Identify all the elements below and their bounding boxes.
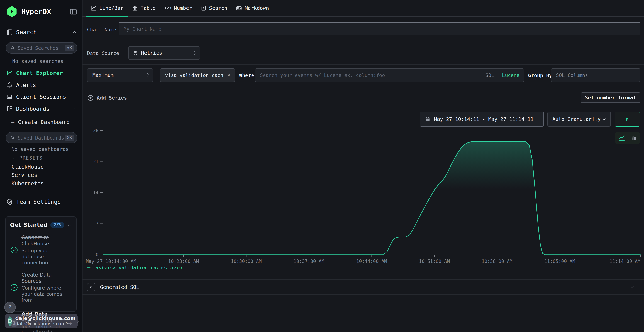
sidebar-section-dashboards[interactable]: Dashboards	[0, 104, 82, 114]
bar-mode-button[interactable]	[630, 135, 636, 141]
svg-text:21: 21	[93, 159, 98, 164]
chart-legend[interactable]: — max(visa_validation_cache.size)	[87, 264, 183, 271]
preset-services[interactable]: Services	[12, 172, 38, 178]
sidebar-item-chart-explorer[interactable]: Chart Explorer	[0, 68, 82, 78]
language-toggle[interactable]: SQL | Lucene	[485, 72, 520, 78]
tab-search[interactable]: Search	[196, 0, 232, 16]
add-series-label: Add Series	[97, 95, 127, 101]
alerts-label: Alerts	[16, 82, 36, 88]
presets-toggle[interactable]: PRESETS	[12, 155, 43, 161]
plus-circle-icon	[87, 94, 94, 101]
svg-text:11:14:00 AM: 11:14:00 AM	[610, 259, 640, 264]
preset-clickhouse[interactable]: ClickHouse	[12, 164, 44, 170]
help-button[interactable]: ?	[4, 302, 16, 313]
language-lucene[interactable]: Lucene	[502, 72, 520, 78]
saved-searches-input[interactable]: Saved Searches ⌘K	[6, 42, 77, 54]
magnifier-icon	[10, 135, 15, 140]
get-started-step-1[interactable]: Connect to ClickHouse Set up your databa…	[10, 234, 72, 266]
create-dashboard-button[interactable]: + Create Dashboard	[11, 118, 70, 126]
preset-kubernetes[interactable]: Kubernetes	[12, 180, 44, 186]
select-caret-icon	[146, 73, 149, 77]
svg-text:28: 28	[93, 128, 98, 133]
database-icon	[133, 50, 138, 56]
svg-text:10:51:00 AM: 10:51:00 AM	[419, 259, 450, 264]
step-title: Connect to ClickHouse	[22, 234, 49, 247]
number-123-icon: 123	[164, 6, 172, 10]
svg-text:10:23:00 AM: 10:23:00 AM	[168, 259, 199, 264]
chevron-down-icon[interactable]	[630, 284, 635, 290]
logo[interactable]: HyperDX	[6, 6, 51, 17]
chevron-up-icon[interactable]	[67, 222, 72, 227]
calendar-icon	[425, 116, 430, 122]
saved-dashboards-placeholder: Saved Dashboards	[18, 135, 64, 140]
dashboards-label: Dashboards	[16, 106, 50, 112]
line-mode-button[interactable]	[618, 135, 626, 141]
date-range-picker[interactable]: May 27 10:14:11 - May 27 11:14:11	[420, 112, 544, 127]
gear-icon	[3, 198, 16, 205]
sidebar-item-team-settings[interactable]: Team Settings	[0, 197, 82, 207]
chevron-right-icon	[76, 319, 80, 324]
avatar: D	[8, 316, 12, 326]
plus-icon: +	[11, 118, 15, 126]
where-placeholder: Search your events w/ Lucene ex. column:…	[260, 72, 385, 78]
set-number-format-button[interactable]: Set number format	[581, 92, 640, 103]
add-series-button[interactable]: Add Series	[87, 94, 127, 101]
chart-name-input[interactable]: My Chart Name	[118, 22, 640, 36]
date-range-value: May 27 10:14:11 - May 27 11:14:11	[434, 116, 534, 122]
code-icon	[87, 283, 95, 291]
legend-series-label: max(visa_validation_cache.size)	[92, 265, 183, 270]
language-sql[interactable]: SQL	[485, 72, 494, 78]
select-caret-icon	[193, 51, 196, 55]
chart-name-placeholder: My Chart Name	[124, 26, 161, 32]
check-circle-icon	[10, 234, 18, 266]
group-by-placeholder: SQL Columns	[556, 72, 588, 78]
collapse-sidebar-icon[interactable]	[70, 8, 77, 16]
sidebar-section-search[interactable]: Search	[0, 27, 82, 37]
saved-dashboards-input[interactable]: Saved Dashboards ⌘K	[6, 132, 77, 144]
tab-number[interactable]: 123 Number	[160, 0, 196, 16]
check-circle-icon	[10, 272, 18, 303]
create-dashboard-label: Create Dashboard	[18, 119, 70, 125]
granularity-select[interactable]: Auto Granularity	[548, 112, 611, 127]
chevron-up-icon	[72, 106, 77, 111]
app-root: { "sidebar": { "logo_text": "HyperDX", "…	[0, 0, 644, 332]
data-source-select[interactable]: Metrics	[128, 46, 200, 60]
svg-text:May 27 10:14:00 AM: May 27 10:14:00 AM	[86, 259, 136, 264]
aggregation-select[interactable]: Maximum	[87, 68, 153, 82]
user-menu[interactable]: D dale@clickhouse.com dale@clickhouse.co…	[5, 314, 78, 328]
sidebar-search-label: Search	[16, 29, 37, 36]
step-description: Configure where your data comes from	[22, 285, 72, 303]
sidebar-item-client-sessions[interactable]: Client Sessions	[0, 92, 82, 102]
saved-searches-shortcut: ⌘K	[65, 45, 74, 51]
hyperdx-logo-icon	[6, 6, 17, 17]
step-description: Set up your database connection	[22, 248, 72, 266]
step-title: Create Data Sources	[22, 272, 52, 284]
user-email: dale@clickhouse.com	[15, 316, 76, 321]
svg-text:0: 0	[96, 252, 98, 258]
tab-table[interactable]: Table	[128, 0, 160, 16]
remove-tag-icon[interactable]: ×	[227, 72, 230, 78]
svg-text:11:05:00 AM: 11:05:00 AM	[544, 259, 575, 264]
partial-bottom-text: Cloud?	[32, 330, 52, 332]
svg-text:7: 7	[96, 221, 98, 226]
chart-explorer-label: Chart Explorer	[16, 70, 63, 76]
dashboards-grid-icon	[3, 105, 16, 112]
metric-tag[interactable]: visa_validation_cach ×	[160, 68, 235, 82]
run-query-button[interactable]	[615, 112, 640, 127]
svg-text:14: 14	[93, 190, 98, 195]
tab-line-bar[interactable]: Line/Bar	[86, 0, 128, 16]
where-input[interactable]: Search your events w/ Lucene ex. column:…	[255, 68, 524, 82]
generated-sql-section[interactable]: Generated SQL	[82, 280, 644, 295]
no-saved-dashboards-text: No saved dashboards	[12, 146, 69, 152]
legend-swatch: —	[87, 264, 90, 271]
metric-tag-label: visa_validation_cach	[165, 72, 223, 78]
no-saved-searches-text: No saved searches	[12, 58, 64, 64]
group-by-input[interactable]: SQL Columns	[551, 68, 640, 82]
tab-markdown[interactable]: Markdown	[232, 0, 273, 16]
get-started-step-2[interactable]: Create Data Sources Configure where your…	[10, 272, 72, 303]
sidebar-item-alerts[interactable]: Alerts	[0, 80, 82, 90]
line-chart-icon	[91, 5, 97, 11]
saved-searches-placeholder: Saved Searches	[18, 45, 58, 51]
magnifier-icon	[10, 46, 15, 50]
line-chart-icon	[3, 70, 16, 76]
